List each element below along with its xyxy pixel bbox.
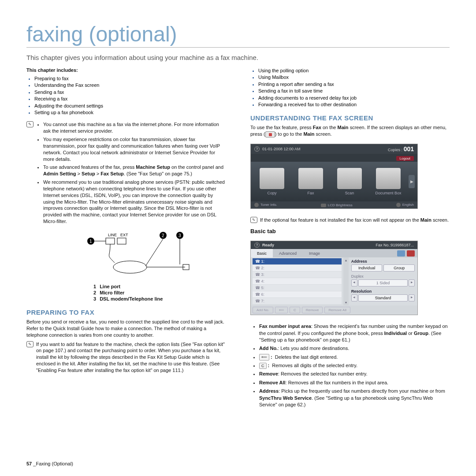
address-label: Address (351, 259, 415, 264)
clear-icon: C (259, 363, 267, 369)
note-block: ✎ If the optional fax feature is not ins… (250, 217, 450, 223)
main-tile-scan[interactable]: Scan (331, 168, 368, 195)
body-text: Before you send or receive a fax, you ne… (26, 319, 226, 338)
group-button[interactable]: Group (383, 264, 415, 271)
note-bullet: You cannot use this machine as a fax via… (43, 121, 226, 134)
tab-advanced[interactable]: Advanced (273, 249, 303, 257)
addno-button[interactable]: Add No. (253, 307, 273, 313)
faxnum-row[interactable]: ☎ 6: (253, 291, 342, 298)
svg-text:LINE: LINE (108, 233, 117, 237)
faxnum-row[interactable]: ☎ 4: (253, 278, 342, 284)
toc-item[interactable]: Adding documents to a reserved delay fax… (258, 95, 357, 100)
help-icon[interactable]: ? (254, 242, 260, 248)
note-icon: ✎ (250, 217, 257, 223)
note-text: If the optional fax feature is not insta… (260, 217, 450, 223)
copies-label: Copies : (388, 148, 402, 152)
main-screen-screenshot: ?01-01-2008 12:00 AM Copies : 001 Logout… (250, 144, 418, 209)
section-understanding: UNDERSTANDING THE FAX SCREEN (250, 114, 450, 122)
section-preparing: PREPARING TO FAX (26, 309, 226, 316)
basic-tab-heading: Basic tab (250, 228, 450, 234)
svg-text:3: 3 (178, 233, 181, 238)
removeall-button[interactable]: Remove All (324, 307, 350, 313)
left-column: This chapter includes: Preparing to fax … (26, 67, 226, 410)
home-button[interactable] (407, 250, 415, 257)
lcd-brightness-button[interactable]: LCD Brightness (321, 203, 353, 207)
wiring-diagram: LINE EXT 1 2 3 (62, 232, 226, 280)
faxnum-row[interactable]: ☎ 2: (253, 265, 342, 271)
note-block: ✎ You cannot use this machine as a fax v… (26, 121, 226, 227)
basic-tab-screenshot: ?Ready Fax No.:919986187... Basic Advanc… (250, 241, 418, 315)
next-arrow-icon[interactable]: ▶ (409, 175, 415, 188)
toc-item[interactable]: Setting up a fax phonebook (34, 110, 93, 115)
faxno-label: Fax No.:919986187... (376, 243, 414, 247)
faxnum-row[interactable]: ☎ 3: (253, 271, 342, 278)
resolution-value: Standard (358, 294, 408, 301)
note-text: If you want to add fax feature to the ma… (36, 341, 226, 374)
individual-button[interactable]: Individual (351, 264, 383, 271)
diagram-legend: 1Line port 2Micro filter 3DSL modem/Tele… (93, 283, 164, 302)
toc-item[interactable]: Adjusting the document settings (34, 103, 103, 108)
page-footer: 57 _Faxing (Optional) (26, 461, 73, 466)
toc-item[interactable]: Preparing to fax (34, 76, 69, 81)
backspace-button[interactable]: ⟸ (275, 307, 288, 313)
toc-item[interactable]: Using Mailbox (258, 74, 289, 80)
note-block: ✎ If you want to add fax feature to the … (26, 341, 226, 374)
help-icon[interactable]: ? (254, 146, 260, 152)
note-icon: ✎ (26, 341, 33, 347)
prev-arrow-icon[interactable]: ◂ (351, 279, 357, 286)
tab-image[interactable]: Image (303, 249, 326, 257)
next-arrow-icon[interactable]: ▸ (409, 279, 415, 286)
toc-item[interactable]: Understanding the Fax screen (34, 82, 99, 88)
panel-button[interactable] (397, 250, 405, 257)
note-bullet: We recommend you to use traditional anal… (43, 179, 226, 225)
toc-item[interactable]: Printing a report after sending a fax (258, 82, 334, 87)
scroll-down-icon[interactable]: ▾ (343, 301, 349, 305)
svg-point-11 (113, 261, 147, 273)
svg-line-12 (145, 239, 163, 266)
toc-item[interactable]: Forwarding a received fax to other desti… (258, 102, 357, 107)
toc-right: Using the polling option Using Mailbox P… (250, 67, 450, 108)
language-button[interactable]: English (396, 203, 414, 207)
svg-text:EXT: EXT (120, 233, 128, 237)
page-title: faxing (optional) (26, 22, 450, 48)
date-label: 01-01-2008 12:00 AM (262, 147, 301, 151)
toc-item[interactable]: Receiving a fax (34, 96, 67, 101)
note-icon: ✎ (26, 121, 33, 127)
clear-button[interactable]: C (290, 307, 300, 313)
page-subtitle: This chapter gives you information about… (26, 54, 450, 61)
body-text: To use the fax feature, press Fax on the… (250, 124, 450, 138)
svg-text:2: 2 (162, 233, 164, 238)
faxnum-row[interactable]: ☎ 5: (253, 285, 342, 291)
scroll-up-icon[interactable]: ▴ (343, 258, 349, 262)
backspace-icon: ⟸ (259, 354, 269, 361)
note-bullet: You may experience restrictions on color… (43, 136, 226, 162)
main-tile-docbox[interactable]: Document Box (370, 168, 407, 195)
ready-label: Ready (262, 243, 274, 247)
main-tile-fax[interactable]: Fax (292, 168, 329, 195)
toc-item[interactable]: Sending a fax (34, 89, 64, 95)
faxnum-row[interactable]: ☎ 7: (253, 298, 342, 304)
toc-item[interactable]: Sending a fax in toll save time (258, 88, 323, 93)
prev-arrow-icon[interactable]: ◂ (351, 294, 357, 301)
logout-button[interactable]: Logout (396, 156, 414, 161)
content-columns: This chapter includes: Preparing to fax … (26, 67, 450, 410)
chapter-includes-label: This chapter includes: (26, 67, 226, 73)
svg-rect-2 (106, 238, 115, 244)
duplex-label: Duplex (351, 274, 415, 279)
toc-left: Preparing to fax Understanding the Fax s… (26, 75, 226, 116)
right-column: Using the polling option Using Mailbox P… (250, 67, 450, 410)
svg-rect-3 (117, 238, 126, 244)
faxnum-row-selected[interactable]: ☎ 1: (253, 258, 342, 264)
home-icon (265, 131, 275, 138)
remove-button[interactable]: Remove (302, 307, 323, 313)
note-bullet: To use advanced features of the fax, pre… (43, 164, 226, 177)
duplex-value: 1 Sided (358, 279, 408, 286)
main-tile-copy[interactable]: Copy (253, 168, 290, 195)
toner-info-button[interactable]: Toner Info. (254, 203, 277, 207)
tab-basic[interactable]: Basic (251, 249, 273, 257)
description-list: Fax number input area: Shows the recipie… (250, 323, 450, 408)
svg-text:1: 1 (89, 239, 92, 244)
toc-item[interactable]: Using the polling option (258, 68, 309, 73)
next-arrow-icon[interactable]: ▸ (409, 294, 415, 301)
copies-value: 001 (404, 145, 414, 152)
